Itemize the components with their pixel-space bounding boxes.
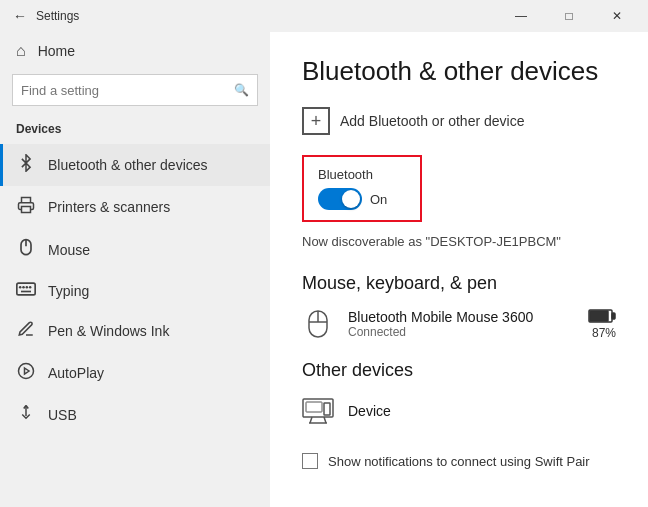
add-plus-icon: + [302,107,330,135]
sidebar-item-usb[interactable]: USB [0,394,270,436]
printer-icon [16,196,36,218]
mouse-device-row: Bluetooth Mobile Mouse 3600 Connected 87… [302,308,616,350]
search-box[interactable]: 🔍 [12,74,258,106]
sidebar-item-printers-label: Printers & scanners [48,199,170,215]
sidebar-item-pen[interactable]: Pen & Windows Ink [0,310,270,352]
battery-icon [588,309,616,326]
svg-point-9 [19,364,34,379]
pen-icon [16,320,36,342]
sidebar-item-mouse[interactable]: Mouse [0,228,270,272]
bluetooth-toggle-box: Bluetooth On [302,155,422,222]
other-device-info: Device [348,403,616,419]
minimize-button[interactable]: — [498,0,544,32]
sidebar-item-autoplay[interactable]: AutoPlay [0,352,270,394]
mouse-device-battery: 87% [588,309,616,340]
sidebar-item-bluetooth[interactable]: Bluetooth & other devices [0,144,270,186]
close-button[interactable]: ✕ [594,0,640,32]
sidebar-item-typing[interactable]: Typing [0,272,270,310]
add-device-label: Add Bluetooth or other device [340,113,524,129]
bluetooth-icon [16,154,36,176]
sidebar-section-title: Devices [0,118,270,144]
other-devices-heading: Other devices [302,360,616,381]
mouse-device-info: Bluetooth Mobile Mouse 3600 Connected [348,309,574,339]
other-device-icon [302,395,334,427]
swift-pair-label: Show notifications to connect using Swif… [328,454,590,469]
search-input[interactable] [21,83,234,98]
sidebar-item-home[interactable]: ⌂ Home [0,32,270,70]
toggle-knob [342,190,360,208]
title-bar: ← Settings — □ ✕ [0,0,648,32]
sidebar-item-pen-label: Pen & Windows Ink [48,323,169,339]
usb-icon [16,404,36,426]
svg-line-20 [310,417,312,423]
home-icon: ⌂ [16,42,26,60]
toggle-state-text: On [370,192,387,207]
svg-rect-23 [306,402,322,412]
svg-rect-0 [22,207,31,213]
sidebar-item-mouse-label: Mouse [48,242,90,258]
svg-rect-18 [612,313,615,319]
content-area: Bluetooth & other devices + Add Bluetoot… [270,32,648,507]
mouse-device-status: Connected [348,325,574,339]
mouse-device-icon [302,308,334,340]
other-device-name: Device [348,403,616,419]
home-label: Home [38,43,75,59]
swift-pair-checkbox[interactable] [302,453,318,469]
autoplay-icon [16,362,36,384]
battery-percentage: 87% [588,326,616,340]
search-icon: 🔍 [234,83,249,97]
maximize-button[interactable]: □ [546,0,592,32]
other-devices-section: Other devices Device [302,360,616,437]
sidebar-item-printers[interactable]: Printers & scanners [0,186,270,228]
keyboard-icon [16,282,36,300]
back-button[interactable]: ← [8,4,32,28]
bluetooth-toggle[interactable] [318,188,362,210]
mouse-keyboard-section-heading: Mouse, keyboard, & pen [302,273,616,294]
sidebar: ⌂ Home 🔍 Devices Bluetooth & other devic… [0,32,270,507]
svg-rect-17 [590,311,608,321]
svg-rect-24 [324,403,330,415]
page-title: Bluetooth & other devices [302,56,616,87]
sidebar-item-typing-label: Typing [48,283,89,299]
main-layout: ⌂ Home 🔍 Devices Bluetooth & other devic… [0,32,648,507]
svg-line-21 [324,417,326,423]
svg-marker-10 [25,368,30,374]
sidebar-item-autoplay-label: AutoPlay [48,365,104,381]
title-bar-title: Settings [36,9,498,23]
mouse-icon [16,238,36,262]
add-device-button[interactable]: + Add Bluetooth or other device [302,107,616,135]
other-device-row: Device [302,395,616,437]
discoverable-text: Now discoverable as "DESKTOP-JE1PBCM" [302,234,616,249]
mouse-device-name: Bluetooth Mobile Mouse 3600 [348,309,574,325]
swift-pair-row: Show notifications to connect using Swif… [302,453,616,469]
sidebar-item-bluetooth-label: Bluetooth & other devices [48,157,208,173]
toggle-row: On [318,188,406,210]
title-bar-controls: — □ ✕ [498,0,640,32]
sidebar-item-usb-label: USB [48,407,77,423]
svg-rect-3 [17,283,35,295]
bluetooth-label: Bluetooth [318,167,406,182]
